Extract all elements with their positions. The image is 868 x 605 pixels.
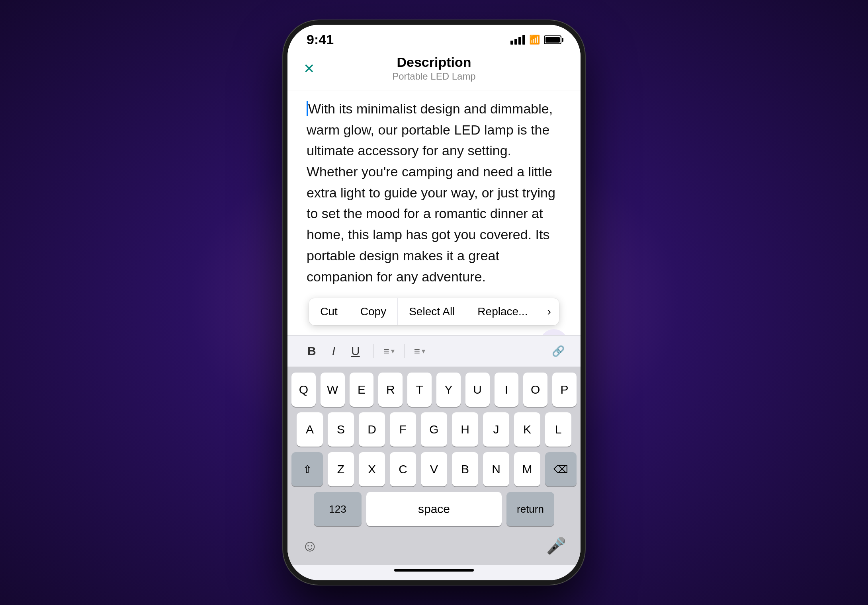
- magic-button[interactable]: ✦: [540, 329, 568, 335]
- signal-icon: [510, 35, 525, 45]
- battery-icon: [544, 35, 561, 44]
- text-body: With its minimalist design and dimmable,…: [307, 101, 555, 284]
- key-s[interactable]: S: [328, 412, 354, 447]
- close-button[interactable]: ✕: [303, 60, 315, 76]
- align-dropdown[interactable]: ≡ ▾: [383, 345, 395, 357]
- italic-button[interactable]: I: [328, 342, 339, 360]
- keyboard-row-bottom: 123 space return: [287, 492, 581, 526]
- home-indicator: [394, 569, 474, 572]
- key-a[interactable]: A: [297, 412, 323, 447]
- link-button[interactable]: 🔗: [552, 345, 565, 357]
- key-x[interactable]: X: [359, 452, 385, 486]
- phone-device: 9:41 📶 ✕ Description Portable LED Lamp: [283, 20, 585, 585]
- list-icon: ≡: [414, 345, 420, 357]
- key-k[interactable]: K: [514, 412, 540, 447]
- context-menu: Cut Copy Select All Replace... ›: [309, 298, 559, 325]
- key-y[interactable]: Y: [436, 373, 461, 407]
- key-h[interactable]: H: [452, 412, 478, 447]
- context-menu-cut[interactable]: Cut: [309, 298, 349, 325]
- key-o[interactable]: O: [523, 373, 547, 407]
- numbers-key[interactable]: 123: [314, 492, 362, 526]
- toolbar-separator-2: [404, 344, 405, 358]
- keyboard-row-1: Q W E R T Y U I O P: [287, 373, 581, 407]
- key-j[interactable]: J: [483, 412, 509, 447]
- text-editor[interactable]: With its minimalist design and dimmable,…: [287, 90, 581, 291]
- align-chevron-icon: ▾: [391, 347, 395, 355]
- key-p[interactable]: P: [552, 373, 577, 407]
- emoji-button[interactable]: ☺: [302, 537, 318, 555]
- keyboard-row-3: ⇧ Z X C V B N M ⌫: [287, 452, 581, 486]
- key-t[interactable]: T: [407, 373, 432, 407]
- status-bar: 9:41 📶: [287, 25, 581, 51]
- magic-button-row: ✦: [287, 329, 581, 335]
- key-q[interactable]: Q: [291, 373, 316, 407]
- content-area[interactable]: With its minimalist design and dimmable,…: [287, 90, 581, 335]
- shift-key[interactable]: ⇧: [291, 452, 323, 486]
- status-icons: 📶: [510, 35, 561, 45]
- list-dropdown[interactable]: ≡ ▾: [414, 345, 425, 357]
- header-title: Description: [392, 55, 475, 70]
- key-e[interactable]: E: [350, 373, 374, 407]
- context-menu-copy[interactable]: Copy: [349, 298, 398, 325]
- context-menu-more[interactable]: ›: [539, 298, 559, 325]
- mic-button[interactable]: 🎤: [546, 537, 566, 555]
- key-c[interactable]: C: [390, 452, 416, 486]
- list-chevron-icon: ▾: [422, 347, 425, 355]
- return-key[interactable]: return: [506, 492, 554, 526]
- key-f[interactable]: F: [390, 412, 416, 447]
- key-w[interactable]: W: [321, 373, 345, 407]
- keyboard-row-2: A S D F G H J K L: [287, 412, 581, 447]
- key-l[interactable]: L: [545, 412, 571, 447]
- context-menu-select-all[interactable]: Select All: [398, 298, 466, 325]
- space-key[interactable]: space: [366, 492, 502, 526]
- header-text: Description Portable LED Lamp: [392, 55, 475, 82]
- text-cursor: [307, 101, 308, 116]
- key-r[interactable]: R: [378, 373, 403, 407]
- key-i[interactable]: I: [495, 373, 519, 407]
- key-u[interactable]: U: [465, 373, 490, 407]
- header: ✕ Description Portable LED Lamp: [287, 51, 581, 90]
- key-n[interactable]: N: [483, 452, 509, 486]
- bold-button[interactable]: B: [303, 342, 320, 360]
- key-v[interactable]: V: [421, 452, 447, 486]
- home-bar: [287, 565, 581, 580]
- align-icon: ≡: [383, 345, 389, 357]
- key-z[interactable]: Z: [328, 452, 354, 486]
- status-time: 9:41: [307, 32, 334, 47]
- key-m[interactable]: M: [514, 452, 540, 486]
- underline-button[interactable]: U: [347, 342, 364, 360]
- context-menu-replace[interactable]: Replace...: [466, 298, 539, 325]
- delete-key[interactable]: ⌫: [545, 452, 577, 486]
- header-subtitle: Portable LED Lamp: [392, 71, 475, 82]
- keyboard-bottom-bar: ☺ 🎤: [287, 532, 581, 565]
- key-g[interactable]: G: [421, 412, 447, 447]
- wifi-icon: 📶: [529, 35, 540, 45]
- keyboard: Q W E R T Y U I O P A S D F G H J K: [287, 367, 581, 565]
- phone-screen: 9:41 📶 ✕ Description Portable LED Lamp: [287, 25, 581, 580]
- key-b[interactable]: B: [452, 452, 478, 486]
- format-toolbar: B I U ≡ ▾ ≡ ▾ 🔗: [287, 335, 581, 367]
- toolbar-separator-1: [373, 344, 374, 358]
- key-d[interactable]: D: [359, 412, 385, 447]
